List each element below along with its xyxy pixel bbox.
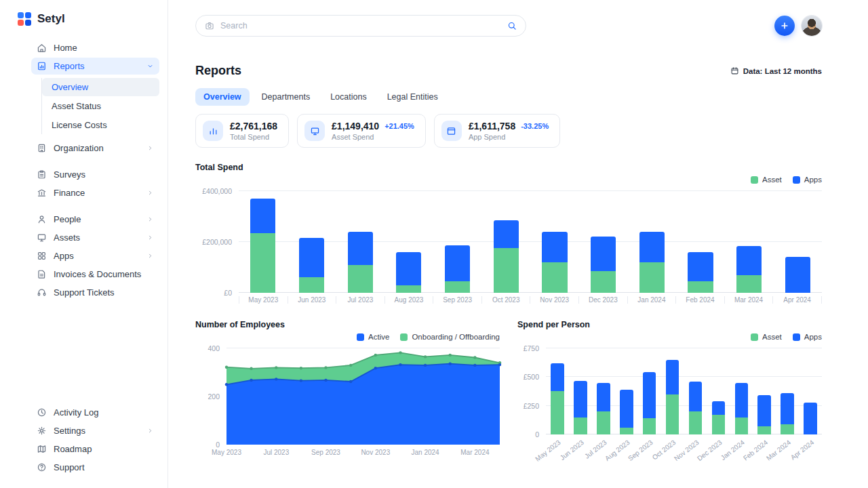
stat-label: Total Spend xyxy=(230,133,277,141)
bar-jan-2024[interactable] xyxy=(627,191,676,293)
bar-may-2023[interactable] xyxy=(239,191,288,293)
chevron-down-icon xyxy=(146,62,154,70)
stat-card-total-spend[interactable]: £2,761,168Total Spend xyxy=(195,114,289,148)
sidebar-item-support[interactable]: Support xyxy=(31,459,159,476)
x-tick-label: Jun 2023 xyxy=(298,296,326,304)
bar-dec-2023[interactable] xyxy=(707,348,730,434)
bar-segment-apps xyxy=(666,360,679,394)
bar-nov-2023[interactable] xyxy=(530,191,579,293)
legend-item-asset[interactable]: Asset xyxy=(751,176,782,184)
bar-segment-apps xyxy=(620,390,633,428)
settings-icon xyxy=(37,426,47,436)
sidebar-item-support-tickets[interactable]: Support Tickets xyxy=(31,284,159,301)
x-tick-label: Jan 2024 xyxy=(412,449,439,456)
employees-chart: 0200400May 2023Jul 2023Sep 2023Nov 2023J… xyxy=(195,348,500,460)
bar-segment-apps xyxy=(689,382,703,411)
add-button[interactable] xyxy=(774,16,795,36)
tab-locations[interactable]: Locations xyxy=(322,88,375,106)
sidebar-item-invoices-documents[interactable]: Invoices & Documents xyxy=(31,266,159,283)
bar-segment-asset xyxy=(757,426,771,434)
tab-legal-entities[interactable]: Legal Entities xyxy=(379,88,446,106)
bar-aug-2023[interactable] xyxy=(615,348,638,434)
sidebar-nav: HomeReportsOverviewAsset StatusLicense C… xyxy=(31,39,159,302)
x-tick-label: Nov 2023 xyxy=(361,449,390,456)
sidebar-item-label: Home xyxy=(54,43,77,53)
sidebar-subitem-asset-status[interactable]: Asset Status xyxy=(42,97,159,115)
bar-sep-2023[interactable] xyxy=(638,348,661,434)
bar-segment-asset xyxy=(445,281,470,293)
sidebar-item-finance[interactable]: Finance xyxy=(31,184,159,201)
x-tick-label: Aug 2023 xyxy=(395,296,424,304)
support-tickets-icon xyxy=(37,287,47,298)
legend-label: Asset xyxy=(762,333,782,341)
legend-item-apps[interactable]: Apps xyxy=(793,176,822,184)
search-icon[interactable] xyxy=(507,21,517,30)
date-range-filter[interactable]: Data: Last 12 months xyxy=(730,66,822,75)
sidebar-item-settings[interactable]: Settings xyxy=(31,422,159,439)
sidebar-subitem-overview[interactable]: Overview xyxy=(42,78,159,96)
sidebar-item-assets[interactable]: Assets xyxy=(31,229,159,246)
bar-apr-2024[interactable] xyxy=(773,191,822,293)
x-tick-label: Feb 2024 xyxy=(686,296,714,304)
legend-item-apps[interactable]: Apps xyxy=(793,333,822,341)
bar-apr-2024[interactable] xyxy=(799,348,822,434)
sidebar-item-people[interactable]: People xyxy=(31,211,159,228)
bar-jan-2024[interactable] xyxy=(730,348,753,434)
y-tick-label: £750 xyxy=(517,344,539,352)
sidebar-item-reports[interactable]: Reports xyxy=(31,58,159,75)
sidebar-item-label: Reports xyxy=(54,61,85,71)
setyl-logo-icon xyxy=(18,12,31,26)
apps-icon xyxy=(37,251,47,261)
sidebar-item-home[interactable]: Home xyxy=(31,39,159,56)
bar-oct-2023[interactable] xyxy=(661,348,684,434)
tab-departments[interactable]: Departments xyxy=(254,88,319,106)
bar-jun-2023[interactable] xyxy=(569,348,592,434)
sidebar-item-apps[interactable]: Apps xyxy=(31,247,159,264)
bar-mar-2024[interactable] xyxy=(776,348,799,434)
bar-jun-2023[interactable] xyxy=(288,191,336,293)
bar-feb-2024[interactable] xyxy=(676,191,725,293)
bar-dec-2023[interactable] xyxy=(579,191,628,293)
total-spend-title: Total Spend xyxy=(195,163,822,172)
sidebar-item-label: Finance xyxy=(54,188,85,198)
stat-card-app-spend[interactable]: £1,611,758-33.25%App Spend xyxy=(434,114,560,148)
legend-item-asset[interactable]: Asset xyxy=(751,333,782,341)
roadmap-icon xyxy=(37,444,47,454)
search-bar[interactable] xyxy=(195,15,526,37)
bar-segment-apps xyxy=(396,252,421,285)
bar-feb-2024[interactable] xyxy=(753,348,776,434)
bar-oct-2023[interactable] xyxy=(481,191,530,293)
bar-segment-apps xyxy=(639,232,665,262)
sidebar-item-activity-log[interactable]: Activity Log xyxy=(31,404,159,421)
tab-overview[interactable]: Overview xyxy=(195,88,250,106)
bar-mar-2024[interactable] xyxy=(725,191,774,293)
legend-label: Active xyxy=(368,333,389,341)
x-tick-label: Dec 2023 xyxy=(589,296,618,304)
bar-jul-2023[interactable] xyxy=(336,191,384,293)
sidebar-item-surveys[interactable]: Surveys xyxy=(31,166,159,183)
bar-jul-2023[interactable] xyxy=(592,348,615,434)
bar-may-2023[interactable] xyxy=(546,348,569,434)
topbar-right xyxy=(774,16,822,36)
user-avatar[interactable] xyxy=(802,16,822,36)
y-tick-label: £400,000 xyxy=(195,187,232,195)
sidebar-item-label: Apps xyxy=(54,251,74,261)
bar-segment-apps xyxy=(735,383,749,418)
bar-nov-2023[interactable] xyxy=(684,348,707,434)
main-content: Reports Data: Last 12 months OverviewDep… xyxy=(168,0,868,488)
bar-aug-2023[interactable] xyxy=(384,191,433,293)
brand-logo[interactable]: Setyl xyxy=(8,12,159,39)
sidebar-item-organization[interactable]: Organization xyxy=(31,140,159,157)
bar-segment-apps xyxy=(712,401,726,415)
sidebar-subitem-license-costs[interactable]: License Costs xyxy=(42,116,159,134)
sidebar-item-roadmap[interactable]: Roadmap xyxy=(31,441,159,458)
bar-sep-2023[interactable] xyxy=(433,191,482,293)
stat-value: £1,149,410 xyxy=(332,121,379,131)
y-tick-label: 200 xyxy=(195,392,220,401)
legend-item-active[interactable]: Active xyxy=(357,333,389,341)
search-input[interactable] xyxy=(220,21,501,30)
legend-item-onboarding-offboarding[interactable]: Onboarding / Offboarding xyxy=(400,333,500,341)
stat-card-asset-spend[interactable]: £1,149,410+21.45%Asset Spend xyxy=(297,114,426,148)
stat-label: App Spend xyxy=(469,133,549,141)
stat-cards: £2,761,168Total Spend£1,149,410+21.45%As… xyxy=(195,114,822,148)
